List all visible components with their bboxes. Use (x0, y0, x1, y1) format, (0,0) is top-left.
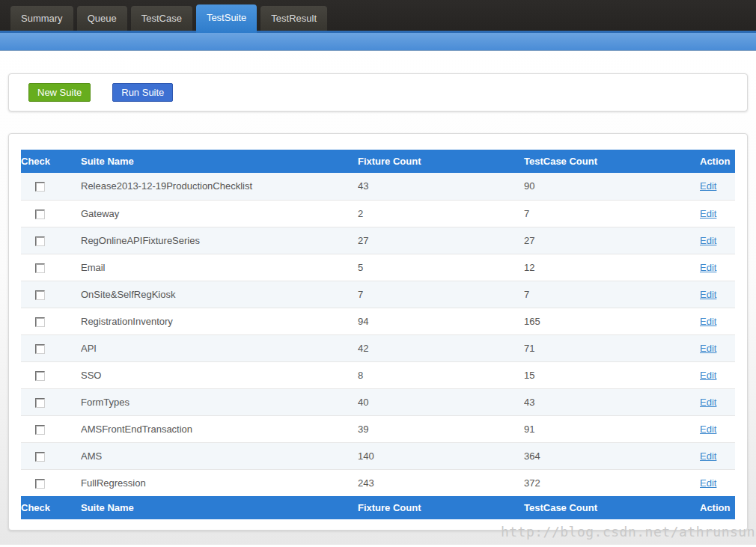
suite-row: AMS 140 364 Edit (21, 442, 735, 469)
check-cell (21, 442, 81, 469)
row-checkbox[interactable] (35, 425, 45, 435)
toolbar-panel: New Suite Run Suite (8, 73, 748, 111)
tab-queue[interactable]: Queue (77, 6, 127, 31)
suite-name-cell: OnSite&SelfRegKiosk (81, 281, 358, 308)
check-cell (21, 469, 81, 496)
action-cell: Edit (700, 334, 735, 361)
suite-row: FullRegression 243 372 Edit (21, 469, 735, 496)
fixture-count-cell: 42 (358, 334, 524, 361)
suite-name-cell: API (81, 334, 358, 361)
run-suite-button[interactable]: Run Suite (112, 83, 173, 102)
row-checkbox[interactable] (35, 452, 45, 462)
row-checkbox[interactable] (35, 398, 45, 408)
fixture-count-cell: 2 (358, 200, 524, 227)
table-footer-row: Check Suite Name Fixture Count TestCase … (21, 496, 735, 519)
tab-label: Queue (88, 13, 117, 24)
column-header: Suite Name (81, 150, 358, 173)
tab-testresult[interactable]: TestResult (260, 6, 327, 31)
tab-summary[interactable]: Summary (10, 6, 73, 31)
edit-link[interactable]: Edit (700, 235, 716, 246)
suite-name-cell: FormTypes (81, 388, 358, 415)
row-checkbox[interactable] (35, 344, 45, 354)
action-cell: Edit (700, 442, 735, 469)
fixture-count-cell: 39 (358, 415, 524, 442)
suite-name-cell: AMS (81, 442, 358, 469)
row-checkbox[interactable] (35, 263, 45, 273)
tab-label: TestResult (271, 13, 317, 24)
action-cell: Edit (700, 254, 735, 281)
edit-link[interactable]: Edit (700, 316, 716, 327)
row-checkbox[interactable] (35, 290, 45, 300)
tab-label: Summary (21, 13, 63, 24)
edit-link[interactable]: Edit (700, 262, 716, 273)
edit-link[interactable]: Edit (700, 450, 716, 462)
fixture-count-cell: 8 (358, 361, 524, 388)
check-cell (21, 200, 81, 227)
suite-name-cell: Email (81, 254, 358, 281)
row-checkbox[interactable] (35, 210, 45, 219)
suite-row: Release2013-12-19ProductionChecklist 43 … (21, 173, 735, 200)
suite-row: API 42 71 Edit (21, 334, 735, 361)
test-suite-table-panel: Check Suite Name Fixture Count TestCase … (8, 133, 748, 531)
action-cell: Edit (700, 415, 735, 442)
edit-link[interactable]: Edit (700, 289, 716, 300)
row-checkbox[interactable] (35, 317, 45, 327)
fixture-count-cell: 94 (358, 308, 524, 334)
action-cell: Edit (700, 469, 735, 496)
suite-row: SSO 8 15 Edit (21, 361, 735, 388)
new-suite-button[interactable]: New Suite (28, 83, 91, 102)
testcase-count-cell: 7 (524, 281, 700, 308)
check-cell (21, 334, 81, 361)
testcase-count-cell: 90 (524, 173, 700, 200)
fixture-count-cell: 5 (358, 254, 524, 281)
column-header: Check (21, 150, 81, 173)
sub-header-bar (0, 31, 756, 51)
testcase-count-cell: 91 (524, 415, 700, 442)
column-footer: Check (21, 496, 81, 519)
action-cell: Edit (700, 200, 735, 227)
tab-testcase[interactable]: TestCase (131, 6, 192, 31)
testcase-count-cell: 7 (524, 200, 700, 227)
check-cell (21, 361, 81, 388)
fixture-count-cell: 7 (358, 281, 524, 308)
fixture-count-cell: 243 (358, 469, 524, 496)
check-cell (21, 254, 81, 281)
suite-row: Email 5 12 Edit (21, 254, 735, 281)
column-footer: Action (700, 496, 735, 519)
edit-link[interactable]: Edit (700, 343, 716, 354)
column-header: Fixture Count (358, 150, 524, 173)
column-header: Action (700, 150, 735, 173)
testcase-count-cell: 15 (524, 361, 700, 388)
action-cell: Edit (700, 281, 735, 308)
edit-link[interactable]: Edit (700, 370, 716, 381)
suite-name-cell: Release2013-12-19ProductionChecklist (81, 173, 358, 200)
table-footer: Check Suite Name Fixture Count TestCase … (21, 496, 735, 519)
check-cell (21, 227, 81, 254)
tab-testsuite[interactable]: TestSuite (196, 4, 257, 33)
row-checkbox[interactable] (35, 236, 45, 246)
suite-row: RegistrationInventory 94 165 Edit (21, 308, 735, 334)
edit-link[interactable]: Edit (700, 424, 716, 435)
fixture-count-cell: 43 (358, 173, 524, 200)
table-header-row: Check Suite Name Fixture Count TestCase … (21, 150, 735, 173)
fixture-count-cell: 140 (358, 442, 524, 469)
check-cell (21, 388, 81, 415)
row-checkbox[interactable] (35, 479, 45, 489)
suite-row: OnSite&SelfRegKiosk 7 7 Edit (21, 281, 735, 308)
edit-link[interactable]: Edit (700, 477, 716, 489)
page-content: New Suite Run Suite Check Suite Name Fix… (0, 51, 756, 545)
column-footer: Fixture Count (358, 496, 524, 519)
testcase-count-cell: 27 (524, 227, 700, 254)
edit-link[interactable]: Edit (700, 397, 716, 408)
row-checkbox[interactable] (35, 182, 45, 192)
testcase-count-cell: 364 (524, 442, 700, 469)
column-footer: Suite Name (81, 496, 358, 519)
edit-link[interactable]: Edit (700, 180, 716, 192)
suite-name-cell: RegOnlineAPIFixtureSeries (81, 227, 358, 254)
table-header: Check Suite Name Fixture Count TestCase … (21, 150, 735, 173)
row-checkbox[interactable] (35, 371, 45, 381)
testcase-count-cell: 12 (524, 254, 700, 281)
testcase-count-cell: 372 (524, 469, 700, 496)
suite-name-cell: Gateway (81, 200, 358, 227)
edit-link[interactable]: Edit (700, 208, 716, 219)
